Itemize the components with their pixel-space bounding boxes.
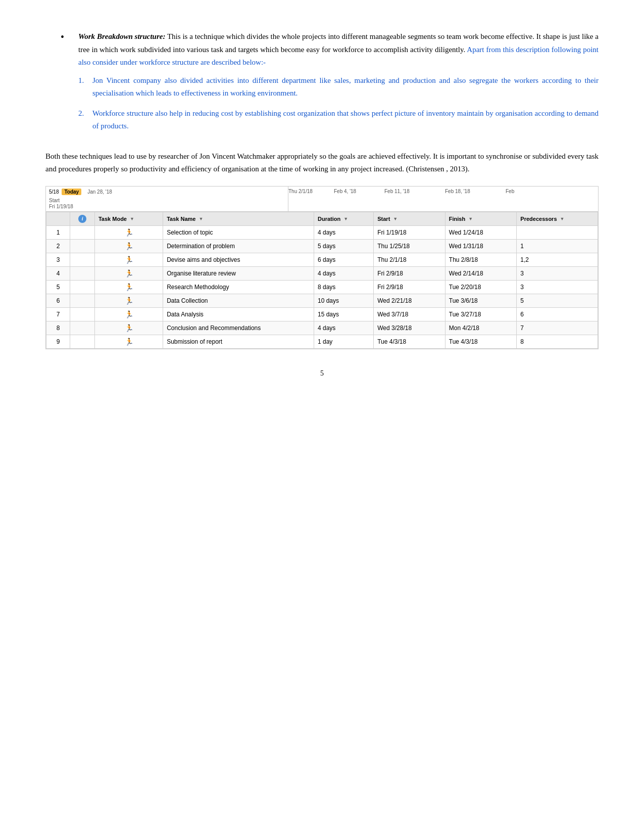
row-start: Fri 1/19/18 <box>374 225 445 239</box>
info-icon: i <box>78 215 86 223</box>
th-start[interactable]: Start ▼ <box>374 212 445 225</box>
tl-date3: Feb 4, '18 <box>334 189 356 194</box>
main-content: • Work Breakdown structure: This is a te… <box>45 30 599 378</box>
row-mode: 🏃 <box>94 266 163 280</box>
num-2-text: Workforce structure also help in reducin… <box>92 107 599 133</box>
row-duration: 15 days <box>314 307 374 321</box>
table-row: 4 🏃 Organise literature review 4 days Fr… <box>46 266 598 280</box>
table-row: 9 🏃 Submission of report 1 day Tue 4/3/1… <box>46 335 598 348</box>
today-label: Today <box>62 189 81 195</box>
date1-label: Jan 28, '18 <box>87 189 112 195</box>
start-info-label: Start <box>49 198 60 203</box>
page-number: 5 <box>45 369 599 378</box>
timeline-left-header: 5/18 Today Jan 28, '18 Start Fri 1/19/18 <box>46 187 288 211</box>
row-predecessors: 6 <box>517 307 598 321</box>
th-duration[interactable]: Duration ▼ <box>314 212 374 225</box>
row-info <box>70 307 95 321</box>
row-mode: 🏃 <box>94 321 163 335</box>
row-predecessors <box>517 225 598 239</box>
th-name[interactable]: Task Name ▼ <box>163 212 314 225</box>
row-finish: Wed 1/24/18 <box>445 225 517 239</box>
num-2-label: 2. <box>78 107 92 133</box>
row-duration: 4 days <box>314 225 374 239</box>
row-task-name: Selection of topic <box>163 225 314 239</box>
row-duration: 5 days <box>314 239 374 253</box>
row-start: Fri 2/9/18 <box>374 266 445 280</box>
row-num: 1 <box>46 225 70 239</box>
row-start: Thu 1/25/18 <box>374 239 445 253</box>
timeline-markers: Thu 2/1/18 Feb 4, '18 Feb 11, '18 Feb 18… <box>288 187 598 211</box>
row-start: Wed 2/21/18 <box>374 294 445 307</box>
row-mode: 🏃 <box>94 239 163 253</box>
row-mode: 🏃 <box>94 335 163 348</box>
row-num: 5 <box>46 280 70 294</box>
task-table: i Task Mode ▼ Task Name ▼ <box>46 212 598 349</box>
pred-dropdown-arrow: ▼ <box>560 216 565 221</box>
th-mode-label: Task Mode <box>98 216 127 222</box>
task-tbody: 1 🏃 Selection of topic 4 days Fri 1/19/1… <box>46 225 598 348</box>
row-finish: Wed 1/31/18 <box>445 239 517 253</box>
row-num: 9 <box>46 335 70 348</box>
row-finish: Tue 2/20/18 <box>445 280 517 294</box>
task-mode-icon: 🏃 <box>125 283 133 291</box>
dur-dropdown-arrow: ▼ <box>343 216 348 221</box>
row-task-name: Devise aims and objectives <box>163 253 314 266</box>
row-start: Thu 2/1/18 <box>374 253 445 266</box>
row-start: Wed 3/28/18 <box>374 321 445 335</box>
tl-date6: Feb <box>506 189 514 194</box>
row-info <box>70 266 95 280</box>
th-mode[interactable]: Task Mode ▼ <box>94 212 163 225</box>
row-task-name: Conclusion and Recommendations <box>163 321 314 335</box>
table-row: 7 🏃 Data Analysis 15 days Wed 3/7/18 Tue… <box>46 307 598 321</box>
bullet-item-wbs: • Work Breakdown structure: This is a te… <box>45 30 599 141</box>
th-predecessors[interactable]: Predecessors ▼ <box>517 212 598 225</box>
table-row: 1 🏃 Selection of topic 4 days Fri 1/19/1… <box>46 225 598 239</box>
row-num: 6 <box>46 294 70 307</box>
numbered-list: 1. Jon Vincent company also divided acti… <box>78 74 599 133</box>
num-1-text: Jon Vincent company also divided activit… <box>92 74 599 100</box>
tl-date5: Feb 18, '18 <box>445 189 470 194</box>
row-mode: 🏃 <box>94 280 163 294</box>
row-task-name: Data Analysis <box>163 307 314 321</box>
row-duration: 4 days <box>314 321 374 335</box>
numbered-item-1: 1. Jon Vincent company also divided acti… <box>78 74 599 100</box>
tl-date4: Feb 11, '18 <box>384 189 410 194</box>
row-start: Fri 2/9/18 <box>374 280 445 294</box>
task-mode-icon: 🏃 <box>125 269 133 277</box>
row-start: Tue 4/3/18 <box>374 335 445 348</box>
row-info <box>70 280 95 294</box>
bullet-section: • Work Breakdown structure: This is a te… <box>45 30 599 141</box>
task-mode-icon: 🏃 <box>125 324 133 332</box>
numbered-item-2: 2. Workforce structure also help in redu… <box>78 107 599 133</box>
th-name-label: Task Name <box>167 216 195 222</box>
row-duration: 8 days <box>314 280 374 294</box>
row-mode: 🏃 <box>94 294 163 307</box>
start-info-date: Fri 1/19/18 <box>49 204 73 209</box>
mode-dropdown-arrow: ▼ <box>130 216 134 221</box>
row-duration: 4 days <box>314 266 374 280</box>
table-header-row: i Task Mode ▼ Task Name ▼ <box>46 212 598 225</box>
row-task-name: Determination of problem <box>163 239 314 253</box>
row-mode: 🏃 <box>94 307 163 321</box>
task-mode-icon: 🏃 <box>125 242 133 250</box>
row-finish: Wed 2/14/18 <box>445 266 517 280</box>
row-info <box>70 239 95 253</box>
table-row: 5 🏃 Research Methodology 8 days Fri 2/9/… <box>46 280 598 294</box>
row-info <box>70 335 95 348</box>
row-num: 4 <box>46 266 70 280</box>
th-info: i <box>70 212 95 225</box>
table-row: 8 🏃 Conclusion and Recommendations 4 day… <box>46 321 598 335</box>
row-finish: Tue 3/6/18 <box>445 294 517 307</box>
gantt-container: 5/18 Today Jan 28, '18 Start Fri 1/19/18… <box>45 186 599 349</box>
row-start: Wed 3/7/18 <box>374 307 445 321</box>
start-dropdown-arrow: ▼ <box>393 216 398 221</box>
row-mode: 🏃 <box>94 253 163 266</box>
row-num: 7 <box>46 307 70 321</box>
task-mode-icon: 🏃 <box>125 338 133 346</box>
th-finish[interactable]: Finish ▼ <box>445 212 517 225</box>
row-predecessors: 5 <box>517 294 598 307</box>
task-mode-icon: 🏃 <box>125 297 133 305</box>
th-finish-label: Finish <box>449 216 465 222</box>
table-row: 6 🏃 Data Collection 10 days Wed 2/21/18 … <box>46 294 598 307</box>
num-1-label: 1. <box>78 74 92 100</box>
